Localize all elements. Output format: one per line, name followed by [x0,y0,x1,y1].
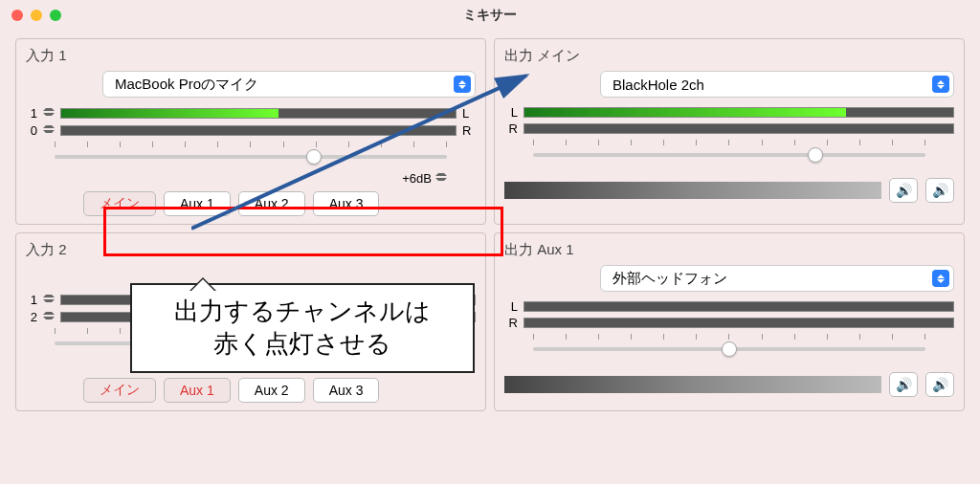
routing-buttons: メイン Aux 1 Aux 2 Aux 3 [26,378,476,403]
output-level-bar [504,376,881,393]
level-meter [523,301,954,312]
annotation-callout: 出力するチャンネルは 赤く点灯させる [130,283,475,373]
output-level-bar [504,182,881,199]
level-meter [523,318,954,328]
panel-input-1: 入力 1 MacBook Proのマイク 1 L 0 R +6dB メイン Au… [15,38,486,225]
channel-stepper[interactable] [43,122,55,138]
channel-side: R [504,316,518,330]
traffic-lights [11,10,61,21]
channel-label: 2 [26,310,37,324]
panel-title: 入力 1 [26,47,476,65]
speaker-loud-icon[interactable]: 🔊 [925,178,954,203]
channel-side: L [462,106,476,121]
level-meter [523,123,954,134]
close-icon[interactable] [11,10,23,21]
panel-title: 出力 Aux 1 [504,241,954,259]
volume-slider[interactable] [533,140,925,168]
channel-stepper[interactable] [43,309,55,324]
route-aux1-button[interactable]: Aux 1 [164,191,231,216]
select-value: BlackHole 2ch [612,77,932,93]
route-aux1-button[interactable]: Aux 1 [164,378,231,403]
zoom-icon[interactable] [50,10,61,21]
channel-side: R [462,123,476,138]
channel-label: 0 [26,123,37,138]
volume-slider[interactable] [533,334,925,363]
speaker-icon[interactable]: 🔊 [889,178,918,203]
channel-side: L [504,299,518,314]
route-main-button[interactable]: メイン [83,191,156,216]
channel-label: 1 [26,293,37,307]
window-title: ミキサー [463,7,517,24]
volume-slider[interactable] [55,142,447,170]
panel-title: 出力 メイン [504,47,954,65]
minimize-icon[interactable] [31,10,42,21]
select-value: 外部ヘッドフォン [612,270,932,288]
route-aux3-button[interactable]: Aux 3 [313,191,380,216]
route-aux2-button[interactable]: Aux 2 [238,191,305,216]
channel-stepper[interactable] [43,292,55,307]
speaker-loud-icon[interactable]: 🔊 [925,372,954,397]
gain-value: +6dB [402,171,432,186]
channel-stepper[interactable] [43,105,55,121]
channel-label: 1 [26,106,37,121]
titlebar: ミキサー [0,0,980,31]
route-aux3-button[interactable]: Aux 3 [313,378,380,403]
callout-text: 出力するチャンネルは 赤く点灯させる [174,296,431,361]
channel-side: R [504,121,518,136]
level-meter [60,125,457,136]
select-value: MacBook Proのマイク [115,76,454,94]
route-main-button[interactable]: メイン [83,378,156,403]
panel-title: 入力 2 [26,241,476,259]
panel-output-main: 出力 メイン BlackHole 2ch L R 🔊 🔊 [494,38,965,225]
output-aux1-device-select[interactable]: 外部ヘッドフォン [600,265,954,292]
level-meter [60,108,457,119]
chevron-updown-icon [454,76,471,93]
chevron-updown-icon [932,76,949,93]
gain-stepper[interactable] [435,170,447,186]
channel-side: L [504,105,518,120]
output-main-device-select[interactable]: BlackHole 2ch [600,71,954,98]
speaker-icon[interactable]: 🔊 [889,372,918,397]
input1-device-select[interactable]: MacBook Proのマイク [102,71,476,98]
route-aux2-button[interactable]: Aux 2 [238,378,305,403]
routing-buttons: メイン Aux 1 Aux 2 Aux 3 [26,191,476,216]
level-meter [523,107,954,118]
panel-output-aux1: 出力 Aux 1 外部ヘッドフォン L R 🔊 🔊 [494,232,965,411]
chevron-updown-icon [932,270,949,287]
